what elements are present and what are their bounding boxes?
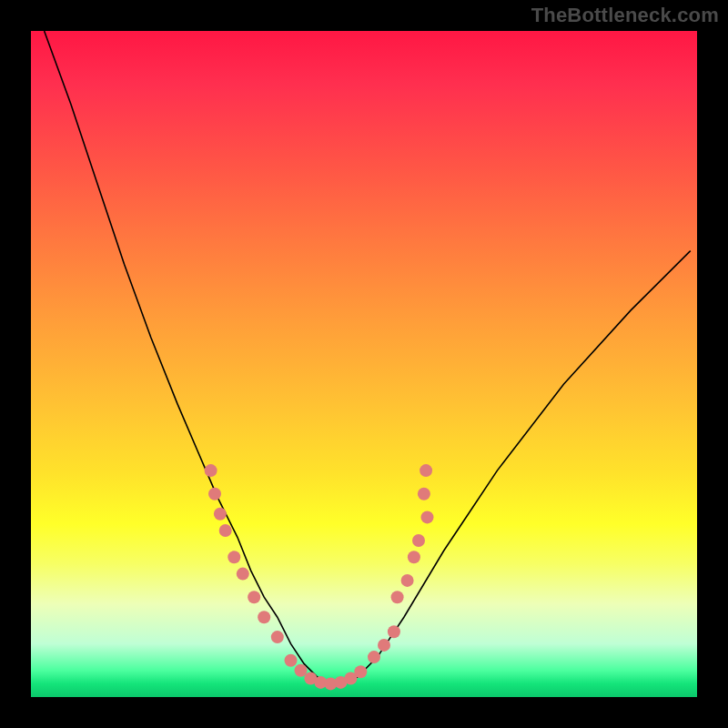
plot-area — [31, 31, 697, 697]
data-marker — [214, 508, 227, 521]
curve-layer — [31, 31, 697, 697]
data-marker — [420, 464, 432, 477]
data-marker — [401, 574, 414, 587]
data-marker — [408, 551, 420, 563]
data-marker — [248, 591, 260, 603]
data-marker — [285, 654, 298, 667]
data-marker — [354, 665, 367, 678]
data-marker — [295, 664, 308, 677]
chart-frame: TheBottleneck.com — [0, 0, 728, 728]
data-marker — [412, 534, 425, 547]
data-marker — [418, 488, 430, 500]
data-marker — [271, 631, 284, 643]
data-marker — [208, 488, 221, 500]
bottleneck-curve — [45, 31, 691, 683]
data-marker — [388, 625, 400, 638]
data-marker — [391, 591, 404, 603]
data-marker — [421, 511, 434, 523]
watermark-text: TheBottleneck.com — [531, 4, 719, 27]
data-marker — [378, 639, 390, 652]
data-marker — [258, 611, 270, 623]
data-marker — [219, 524, 232, 537]
data-marker — [228, 551, 240, 563]
data-marker — [368, 651, 380, 663]
marker-group — [205, 464, 434, 690]
data-marker — [205, 464, 217, 477]
data-marker — [237, 568, 249, 581]
